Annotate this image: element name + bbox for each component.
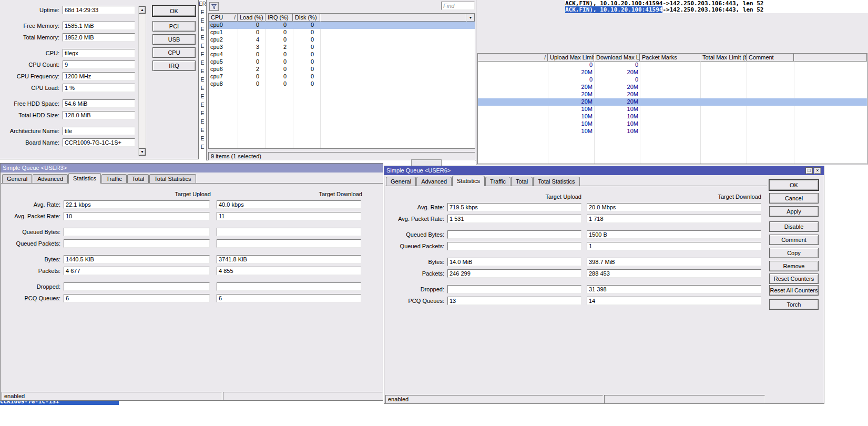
tab-general[interactable]: General [386, 177, 416, 186]
resource-field-value[interactable]: 68d 14:29:33 [63, 6, 135, 14]
ok-button[interactable]: OK [769, 180, 819, 190]
apply-button[interactable]: Apply [769, 206, 819, 217]
stat-upload-field[interactable]: 246 299 [447, 269, 581, 278]
cpu-row[interactable]: cpu8 0 0 0 [209, 80, 475, 88]
resource-field-value[interactable]: 1952.0 MiB [63, 33, 135, 42]
stat-upload-field[interactable] [64, 282, 210, 291]
column-header-disk[interactable]: Disk (%) [293, 14, 320, 22]
stat-download-field[interactable]: 14 [587, 297, 761, 305]
stat-upload-field[interactable]: 1 531 [447, 215, 581, 223]
tab-statistics[interactable]: Statistics [68, 173, 101, 184]
cpu-row[interactable]: cpu5 0 0 0 [209, 58, 475, 66]
cancel-button[interactable]: Cancel [769, 193, 819, 204]
stat-download-field[interactable]: 20.0 Mbps [587, 203, 761, 211]
cpu-row[interactable]: cpu6 2 0 0 [209, 66, 475, 73]
stat-upload-field[interactable] [64, 239, 210, 248]
resource-field-value[interactable]: CCR1009-7G-1C-1S+ [63, 138, 135, 147]
column-header-irq[interactable]: IRQ (%) [265, 14, 293, 22]
stat-upload-field[interactable]: 4 677 [64, 267, 210, 275]
tab-general[interactable]: General [2, 174, 32, 183]
column-header-name[interactable]: / [478, 54, 548, 62]
stat-download-field[interactable]: 3741.8 KiB [217, 255, 361, 263]
stat-upload-field[interactable] [64, 228, 210, 236]
stat-upload-field[interactable] [447, 242, 581, 250]
stat-upload-field[interactable]: 10 [64, 212, 210, 220]
queue-row[interactable]: 20M 20M [478, 84, 867, 91]
tab-statistics[interactable]: Statistics [452, 176, 485, 186]
disable-button[interactable]: Disable [769, 221, 819, 232]
stat-upload-field[interactable]: 6 [64, 294, 210, 302]
cpu-row[interactable]: cpu1 0 0 0 [209, 29, 475, 36]
filter-button[interactable] [209, 2, 219, 11]
column-selector-button[interactable]: ▼ [466, 14, 475, 22]
stat-download-field[interactable]: 1 718 [587, 215, 761, 223]
scroll-up-button[interactable]: ▲ [139, 6, 146, 14]
tab-total-statistics[interactable]: Total Statistics [149, 174, 196, 183]
resource-field-value[interactable]: tilegx [63, 49, 135, 57]
resource-field-value[interactable]: 1585.1 MiB [63, 22, 135, 30]
resource-field-value[interactable]: 9 [63, 60, 135, 69]
stat-upload-field[interactable]: 1440.5 KiB [64, 255, 210, 263]
close-button[interactable]: × [814, 167, 821, 174]
resource-field-value[interactable]: 54.6 MiB [63, 99, 135, 108]
column-header-load[interactable]: Load (%) [238, 14, 265, 22]
resources-scrollbar[interactable]: ▲ ▼ [138, 6, 146, 156]
tab-total-statistics[interactable]: Total Statistics [533, 177, 579, 186]
stat-download-field[interactable]: 6 [217, 294, 361, 302]
stat-download-field[interactable]: 288 453 [587, 269, 761, 278]
cpu-row[interactable]: cpu4 0 0 0 [209, 51, 475, 58]
torch-button[interactable]: Torch [769, 299, 819, 310]
remove-button[interactable]: Remove [769, 261, 819, 271]
scroll-down-button[interactable]: ▼ [139, 148, 146, 156]
copy-button[interactable]: Copy [769, 248, 819, 258]
cpu-row[interactable]: cpu0 0 0 0 [209, 22, 475, 29]
queue-row[interactable]: 20M 20M [478, 69, 867, 76]
resource-field-value[interactable]: tile [63, 127, 135, 135]
stat-upload-field[interactable]: 13 [447, 297, 581, 305]
queue-row[interactable]: 0 0 [478, 62, 867, 69]
stat-upload-field[interactable]: 14.0 MiB [447, 258, 581, 266]
column-header-upload-max-limit[interactable]: Upload Max Limit [548, 54, 594, 62]
resource-field-value[interactable]: 1 % [63, 84, 135, 92]
stat-download-field[interactable] [217, 282, 361, 291]
tab-traffic[interactable]: Traffic [101, 174, 127, 183]
window-title-bar[interactable]: Simple Queue <USER6> □ × [384, 166, 824, 175]
queue-row[interactable]: 0 0 [478, 76, 867, 84]
window-title-bar[interactable]: Simple Queue <USER3> [1, 164, 383, 173]
column-header-download-max-limit[interactable]: Download Max Limit [594, 54, 640, 62]
stat-download-field[interactable]: 40.0 kbps [217, 200, 361, 209]
queue-row[interactable]: 10M 10M [478, 106, 867, 113]
queue-row[interactable]: 10M 10M [478, 128, 867, 135]
tab-traffic[interactable]: Traffic [485, 177, 510, 186]
stat-upload-field[interactable]: 719.5 kbps [447, 203, 581, 211]
column-header-cpu[interactable]: CPU / [209, 14, 238, 22]
stat-download-field[interactable]: 11 [217, 212, 361, 220]
stat-download-field[interactable]: 31 398 [587, 285, 761, 293]
stat-upload-field[interactable]: 22.1 kbps [64, 200, 210, 209]
stat-download-field[interactable]: 1 [587, 242, 761, 250]
cpu-row[interactable]: cpu7 0 0 0 [209, 73, 475, 80]
queue-row[interactable]: 20M 20M [478, 98, 867, 106]
reset-counters-button[interactable]: Reset Counters [769, 273, 819, 284]
stat-download-field[interactable]: 1500 B [587, 230, 761, 239]
irq-button[interactable]: IRQ [152, 60, 196, 71]
tab-total[interactable]: Total [511, 177, 533, 186]
stat-download-field[interactable]: 398.7 MiB [587, 258, 761, 266]
stat-download-field[interactable]: 4 855 [217, 267, 361, 275]
tab-advanced[interactable]: Advanced [416, 177, 452, 186]
tab-total[interactable]: Total [127, 174, 149, 183]
resource-field-value[interactable]: 128.0 MiB [63, 111, 135, 119]
usb-button[interactable]: USB [152, 34, 196, 45]
queue-row[interactable]: 10M 10M [478, 113, 867, 120]
column-header-comment[interactable]: Comment [747, 54, 794, 62]
stat-download-field[interactable] [217, 228, 361, 236]
comment-button[interactable]: Comment [769, 235, 819, 245]
tab-advanced[interactable]: Advanced [33, 174, 68, 183]
ok-button[interactable]: OK [152, 6, 196, 16]
stat-upload-field[interactable] [447, 230, 581, 239]
resource-field-value[interactable]: 1200 MHz [63, 72, 135, 80]
cpu-row[interactable]: cpu3 3 2 0 [209, 44, 475, 51]
cpu-button[interactable]: CPU [152, 47, 196, 58]
queue-row[interactable]: 10M 10M [478, 120, 867, 128]
column-header-total-max-limit[interactable]: Total Max Limit (bi... [700, 54, 747, 62]
